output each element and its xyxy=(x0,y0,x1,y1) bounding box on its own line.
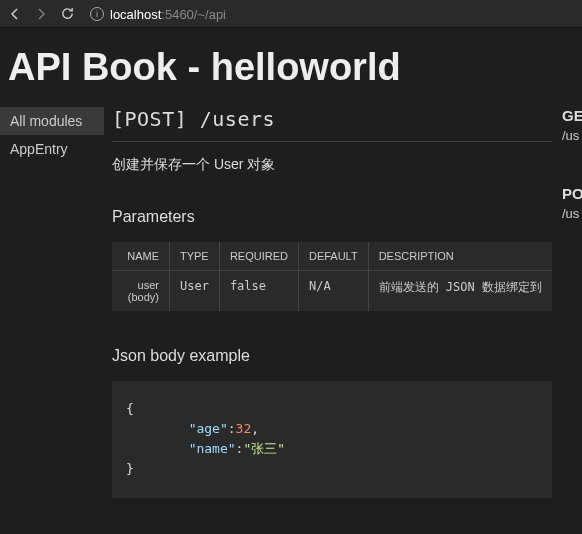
col-type: TYPE xyxy=(169,242,219,271)
page-header: API Book - helloworld xyxy=(0,28,582,107)
endpoint-link-method[interactable]: GE xyxy=(562,107,582,124)
url-host: localhost xyxy=(110,7,161,22)
address-bar[interactable]: i localhost:5460/~/api xyxy=(84,5,576,23)
main-content: [POST] /users 创建并保存一个 User 对象 Parameters… xyxy=(104,107,552,498)
endpoint-link-method[interactable]: PO xyxy=(562,185,582,202)
url-path: :5460/~/api xyxy=(161,7,226,22)
right-panel: GE /us PO /us xyxy=(552,107,582,498)
table-row: user (body) User false N/A 前端发送的 JSON 数据… xyxy=(112,271,552,312)
endpoint-link-path[interactable]: /us xyxy=(562,206,582,221)
sidebar-item-all-modules[interactable]: All modules xyxy=(0,107,104,135)
col-default: DEFAULT xyxy=(298,242,368,271)
cell-description: 前端发送的 JSON 数据绑定到 xyxy=(368,271,552,312)
cell-required: false xyxy=(219,271,298,312)
col-description: DESCRIPTION xyxy=(368,242,552,271)
info-icon: i xyxy=(90,7,104,21)
parameters-table: NAME TYPE REQUIRED DEFAULT DESCRIPTION u… xyxy=(112,242,552,311)
endpoint-description: 创建并保存一个 User 对象 xyxy=(112,156,552,174)
sidebar-item-appentry[interactable]: AppEntry xyxy=(0,135,104,163)
parameters-title: Parameters xyxy=(112,208,552,226)
cell-type: User xyxy=(169,271,219,312)
page-title: API Book - helloworld xyxy=(8,46,572,89)
endpoint-link-path[interactable]: /us xyxy=(562,128,582,143)
endpoint-title: [POST] /users xyxy=(112,107,552,131)
forward-button[interactable] xyxy=(32,5,50,23)
cell-default: N/A xyxy=(298,271,368,312)
cell-name: user (body) xyxy=(112,271,169,312)
divider xyxy=(112,141,552,142)
reload-button[interactable] xyxy=(58,5,76,23)
table-header-row: NAME TYPE REQUIRED DEFAULT DESCRIPTION xyxy=(112,242,552,271)
browser-toolbar: i localhost:5460/~/api xyxy=(0,0,582,28)
json-example-block: { "age":32, "name":"张三" } xyxy=(112,381,552,498)
col-name: NAME xyxy=(112,242,169,271)
col-required: REQUIRED xyxy=(219,242,298,271)
json-example-title: Json body example xyxy=(112,347,552,365)
sidebar: All modules AppEntry xyxy=(0,107,104,498)
back-button[interactable] xyxy=(6,5,24,23)
